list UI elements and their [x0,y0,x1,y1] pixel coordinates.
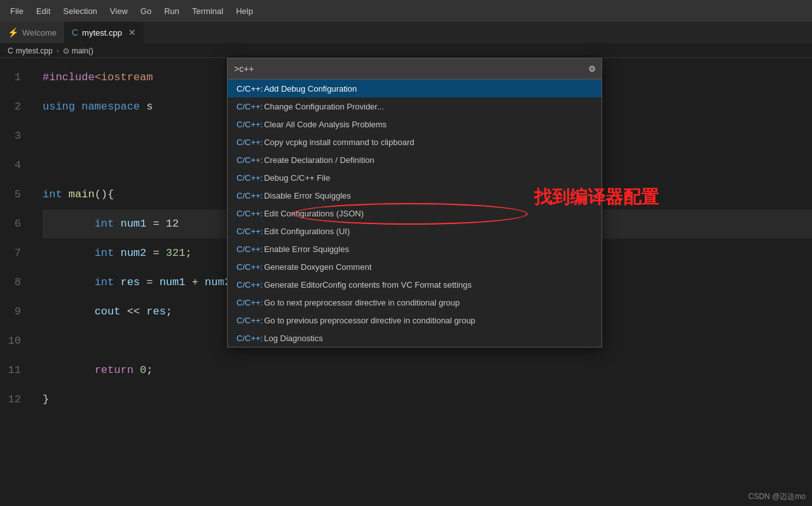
cpp-breadcrumb-icon: C [8,46,13,55]
cp-item-5[interactable]: C/C++: Debug C/C++ File [228,169,602,186]
cp-label-14: Log Diagnostics [264,334,323,343]
cp-label-4: Create Declaration / Definition [264,155,374,165]
cp-label-5: Debug C/C++ File [264,173,330,183]
menu-file[interactable]: File [5,4,29,18]
menu-edit[interactable]: Edit [31,4,55,18]
tab-mytest-label: mytest.cpp [82,28,122,38]
close-icon[interactable]: ✕ [128,27,136,38]
token-num2: num2 [120,239,146,268]
cp-label-7: Edit Configurations (JSON) [264,209,364,218]
cp-item-13[interactable]: C/C++: Go to previous preprocessor direc… [228,311,602,329]
breadcrumb-separator: › [57,46,59,55]
cp-item-4[interactable]: C/C++: Create Declaration / Definition [228,151,602,169]
token-plus: + [185,268,205,297]
menu-go[interactable]: Go [135,4,156,18]
sp11 [134,356,140,385]
token-main: main [69,180,95,209]
line-num-10: 10 [0,327,29,356]
cpp-icon: C [72,27,78,38]
token-semi9: ; [166,297,172,327]
cp-item-3[interactable]: C/C++: Copy vcpkg install command to cli… [228,133,602,151]
line-num-1: 1 [0,63,29,92]
line-num-5: 5 [0,180,29,209]
cp-item-11[interactable]: C/C++: Generate EditorConfig contents fr… [228,276,602,293]
line-num-4: 4 [0,151,29,180]
cp-item-1[interactable]: C/C++: Change Configuration Provider... [228,97,602,115]
menu-terminal[interactable]: Terminal [187,4,228,18]
breadcrumb-function[interactable]: ⊙ main() [63,46,93,55]
cp-prefix-4: C/C++: [237,155,263,165]
token-int-5: int [43,180,62,209]
cp-label-1: Change Configuration Provider... [264,102,384,111]
menu-run[interactable]: Run [159,4,184,18]
function-icon: ⊙ [63,46,69,55]
tab-welcome-label: Welcome [22,28,57,38]
tab-mytest[interactable]: C mytest.cpp ✕ [64,21,144,43]
token-namespace: namespace [81,92,140,122]
cp-input-row: ⚙ [228,59,602,80]
token-sp [75,92,81,122]
token-zero: 0 [140,356,146,385]
token-eq8: = [140,268,160,297]
token-int-7: int [95,239,114,268]
cp-item-9[interactable]: C/C++: Enable Error Squiggles [228,240,602,258]
cp-item-14[interactable]: C/C++: Log Diagnostics [228,329,602,347]
token-close-brace: } [43,385,49,414]
gear-icon[interactable]: ⚙ [589,62,595,75]
token-s: s [140,92,153,122]
token-num1: num1 [120,209,146,239]
command-palette: ⚙ C/C++: Add Debug Configuration C/C++: … [227,58,602,348]
token-cout: cout [95,297,121,327]
cp-prefix-14: C/C++: [237,334,263,343]
cp-prefix-10: C/C++: [237,262,263,272]
cp-item-8[interactable]: C/C++: Edit Configurations (UI) [228,222,602,240]
cp-prefix-0: C/C++: [237,84,263,94]
cp-item-12[interactable]: C/C++: Go to next preprocessor directive… [228,293,602,311]
cp-item-7[interactable]: C/C++: Edit Configurations (JSON) [228,204,602,222]
sp5 [62,180,69,209]
token-main-brace: (){ [95,180,114,209]
cp-item-6[interactable]: C/C++: Disable Error Squiggles [228,186,602,204]
breadcrumb-file[interactable]: C mytest.cpp [8,46,53,55]
cp-prefix-13: C/C++: [237,316,263,325]
sp8 [114,268,120,297]
menu-help[interactable]: Help [231,4,258,18]
cp-prefix-1: C/C++: [237,102,263,111]
code-line-11: return 0; [43,356,812,385]
cp-item-0[interactable]: C/C++: Add Debug Configuration [228,80,602,97]
token-return: return [95,356,134,385]
token-eq7: = [146,239,166,268]
command-palette-input[interactable] [234,64,585,74]
token-num1-8: num1 [160,268,186,297]
cp-item-2[interactable]: C/C++: Clear All Code Analysis Problems [228,115,602,133]
line-num-11: 11 [0,356,29,385]
menu-bar: File Edit Selection View Go Run Terminal… [0,0,812,22]
sp6 [114,209,120,239]
cp-label-12: Go to next preprocessor directive in con… [264,298,460,307]
token-res: res [120,268,140,297]
cp-label-13: Go to previous preprocessor directive in… [264,316,475,325]
sp7 [114,239,120,268]
token-using: using [43,92,75,122]
cp-label-0: Add Debug Configuration [264,84,357,94]
cp-item-10[interactable]: C/C++: Generate Doxygen Comment [228,258,602,276]
menu-view[interactable]: View [105,4,133,18]
cp-prefix-5: C/C++: [237,173,263,183]
token-int-8: int [95,268,114,297]
cp-prefix-2: C/C++: [237,120,263,129]
token-int-6: int [95,209,114,239]
token-semi7: ; [185,239,191,268]
token-eq6: = 12 [146,209,179,239]
line-num-6: 6 [0,209,29,239]
watermark: CSDN @迈达mo [748,491,806,502]
line-num-7: 7 [0,239,29,268]
line-num-8: 8 [0,268,29,297]
menu-selection[interactable]: Selection [58,4,102,18]
tab-welcome[interactable]: ⚡ Welcome [0,21,64,43]
token-321: 321 [166,239,186,268]
code-line-12: } [43,385,812,414]
indent-9 [43,297,95,327]
cp-prefix-7: C/C++: [237,209,263,218]
cp-label-6: Disable Error Squiggles [264,191,351,200]
token-shift: << [120,297,146,327]
